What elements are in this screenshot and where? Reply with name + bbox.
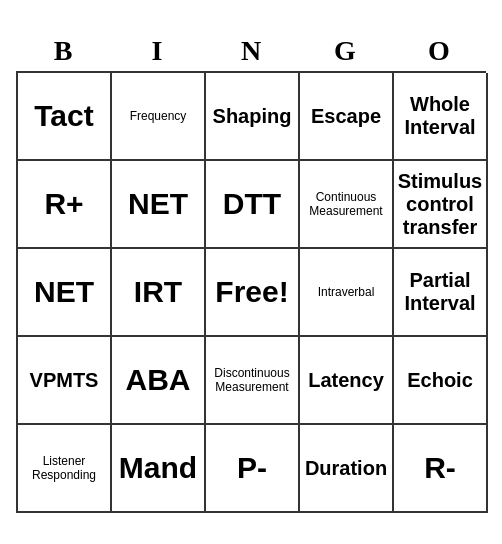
bingo-header-letter: G <box>301 35 389 67</box>
bingo-cell-4-0: Listener Responding <box>18 425 112 513</box>
bingo-header-letter: N <box>207 35 295 67</box>
bingo-cell-text: Whole Interval <box>398 93 482 139</box>
bingo-cell-text: Listener Responding <box>22 454 106 482</box>
bingo-cell-text: VPMTS <box>30 369 99 392</box>
bingo-cell-text: Escape <box>311 105 381 128</box>
bingo-cell-text: R- <box>424 451 456 485</box>
bingo-cell-0-2: Shaping <box>206 73 300 161</box>
bingo-cell-0-4: Whole Interval <box>394 73 488 161</box>
bingo-cell-2-3: Intraverbal <box>300 249 394 337</box>
bingo-cell-text: R+ <box>44 187 83 221</box>
bingo-header-letter: I <box>113 35 201 67</box>
bingo-cell-text: NET <box>128 187 188 221</box>
bingo-cell-text: IRT <box>134 275 182 309</box>
bingo-card: BINGO TactFrequencyShapingEscapeWhole In… <box>16 31 486 513</box>
bingo-cell-3-4: Echoic <box>394 337 488 425</box>
bingo-cell-1-3: Continuous Measurement <box>300 161 394 249</box>
bingo-cell-1-0: R+ <box>18 161 112 249</box>
bingo-header: BINGO <box>16 31 486 71</box>
bingo-cell-1-4: Stimulus control transfer <box>394 161 488 249</box>
bingo-cell-1-1: NET <box>112 161 206 249</box>
bingo-cell-2-2: Free! <box>206 249 300 337</box>
bingo-cell-text: ABA <box>126 363 191 397</box>
bingo-cell-text: Free! <box>215 275 288 309</box>
bingo-header-letter: B <box>19 35 107 67</box>
bingo-cell-3-3: Latency <box>300 337 394 425</box>
bingo-cell-text: Frequency <box>130 109 187 123</box>
bingo-cell-2-1: IRT <box>112 249 206 337</box>
bingo-cell-4-3: Duration <box>300 425 394 513</box>
bingo-cell-4-1: Mand <box>112 425 206 513</box>
bingo-grid: TactFrequencyShapingEscapeWhole Interval… <box>16 71 486 513</box>
bingo-cell-text: Mand <box>119 451 197 485</box>
bingo-cell-text: Duration <box>305 457 387 480</box>
bingo-cell-text: Partial Interval <box>398 269 482 315</box>
bingo-cell-text: Latency <box>308 369 384 392</box>
bingo-cell-text: P- <box>237 451 267 485</box>
bingo-cell-text: DTT <box>223 187 281 221</box>
bingo-cell-0-3: Escape <box>300 73 394 161</box>
bingo-cell-text: NET <box>34 275 94 309</box>
bingo-cell-3-1: ABA <box>112 337 206 425</box>
bingo-cell-4-2: P- <box>206 425 300 513</box>
bingo-cell-text: Shaping <box>213 105 292 128</box>
bingo-cell-text: Tact <box>34 99 93 133</box>
bingo-cell-1-2: DTT <box>206 161 300 249</box>
bingo-cell-3-0: VPMTS <box>18 337 112 425</box>
bingo-cell-2-0: NET <box>18 249 112 337</box>
bingo-cell-2-4: Partial Interval <box>394 249 488 337</box>
bingo-cell-0-1: Frequency <box>112 73 206 161</box>
bingo-cell-text: Intraverbal <box>318 285 375 299</box>
bingo-cell-3-2: Discontinuous Measurement <box>206 337 300 425</box>
bingo-cell-text: Continuous Measurement <box>304 190 388 218</box>
bingo-cell-4-4: R- <box>394 425 488 513</box>
bingo-cell-text: Discontinuous Measurement <box>210 366 294 394</box>
bingo-cell-0-0: Tact <box>18 73 112 161</box>
bingo-header-letter: O <box>395 35 483 67</box>
bingo-cell-text: Echoic <box>407 369 473 392</box>
bingo-cell-text: Stimulus control transfer <box>398 170 482 239</box>
